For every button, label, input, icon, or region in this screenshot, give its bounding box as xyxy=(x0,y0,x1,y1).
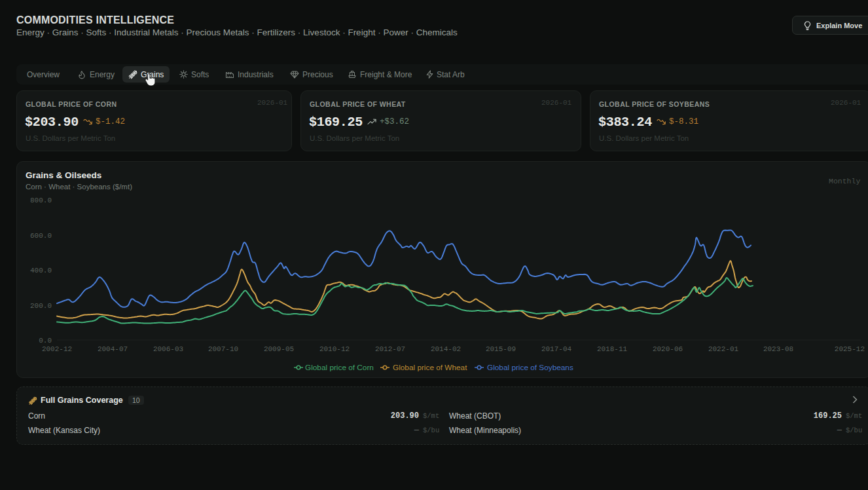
svg-text:2023-08: 2023-08 xyxy=(763,345,793,353)
svg-text:400.0: 400.0 xyxy=(30,267,52,274)
svg-text:2009-05: 2009-05 xyxy=(264,345,294,353)
svg-text:600.0: 600.0 xyxy=(30,232,52,240)
svg-text:2025-12: 2025-12 xyxy=(835,345,865,353)
svg-text:2018-11: 2018-11 xyxy=(597,345,628,353)
svg-text:800.0: 800.0 xyxy=(30,197,52,204)
svg-text:Global price of Soybeans: Global price of Soybeans xyxy=(487,363,573,372)
svg-text:Global price of Corn: Global price of Corn xyxy=(305,363,374,372)
svg-text:2002-12: 2002-12 xyxy=(42,345,72,353)
svg-text:Global price of Wheat: Global price of Wheat xyxy=(393,363,467,372)
svg-text:2004-07: 2004-07 xyxy=(98,345,128,353)
svg-text:2014-02: 2014-02 xyxy=(431,345,461,353)
svg-text:2015-09: 2015-09 xyxy=(486,345,516,353)
svg-text:2022-01: 2022-01 xyxy=(708,345,739,353)
svg-text:2017-04: 2017-04 xyxy=(541,345,572,353)
svg-text:2012-07: 2012-07 xyxy=(375,345,405,353)
svg-text:2010-12: 2010-12 xyxy=(319,345,350,353)
svg-text:2020-06: 2020-06 xyxy=(653,345,683,353)
svg-text:2007-10: 2007-10 xyxy=(208,345,238,353)
svg-text:200.0: 200.0 xyxy=(30,302,52,310)
svg-text:2006-03: 2006-03 xyxy=(153,345,183,353)
svg-text:0.0: 0.0 xyxy=(39,337,52,345)
